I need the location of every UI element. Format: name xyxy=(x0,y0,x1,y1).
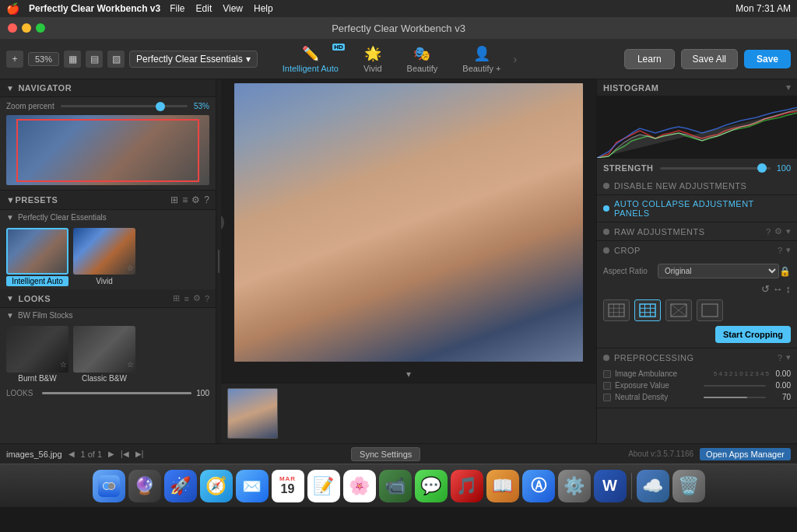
histogram-canvas xyxy=(597,96,797,158)
disable-adj-panel: DISABLE NEW ADJUSTMENTS xyxy=(597,177,797,195)
open-apps-manager-button[interactable]: Open Apps Manager xyxy=(700,448,791,460)
sync-settings-button[interactable]: Sync Settings xyxy=(351,447,420,461)
grid-view-2[interactable]: ▤ xyxy=(86,51,103,68)
dock-settings[interactable]: ⚙️ xyxy=(558,470,591,502)
menu-view[interactable]: View xyxy=(223,3,243,14)
preprocessing-expand[interactable]: ▾ xyxy=(786,352,791,362)
looks-help[interactable]: ? xyxy=(205,293,209,303)
crop-pattern-2[interactable] xyxy=(634,299,661,321)
preset-vivid[interactable]: ☆ Vivid xyxy=(73,228,135,286)
play-button[interactable]: ▶ xyxy=(221,213,224,232)
dock-calendar[interactable]: MAR 19 xyxy=(272,470,304,502)
dock-placeholder[interactable]: ☁️ xyxy=(637,470,669,502)
looks-grid-view[interactable]: ⊞ xyxy=(173,293,180,303)
neutral-density-row: Neutral Density 70 xyxy=(603,393,791,401)
close-button[interactable] xyxy=(8,23,17,33)
looks-list-view[interactable]: ≡ xyxy=(184,293,188,303)
preprocessing-help[interactable]: ? xyxy=(778,352,782,362)
learn-button[interactable]: Learn xyxy=(624,49,675,69)
add-button[interactable]: + xyxy=(6,51,23,68)
exposure-slider[interactable] xyxy=(704,385,766,387)
tab-intelligent-auto[interactable]: HD ✏️ Intelligent Auto xyxy=(270,42,351,76)
crop-pattern-4[interactable] xyxy=(697,299,723,321)
dock-siri[interactable]: 🔮 xyxy=(128,470,161,502)
crop-pattern-1[interactable] xyxy=(603,299,630,321)
crop-pattern-3[interactable] xyxy=(665,299,692,321)
menu-help[interactable]: Help xyxy=(254,3,273,14)
start-cropping-button[interactable]: Start Cropping xyxy=(715,326,791,343)
presets-title: PRESETS xyxy=(15,195,58,205)
crop-rotate-left[interactable]: ↺ xyxy=(761,283,770,295)
looks-settings[interactable]: ⚙ xyxy=(193,293,201,303)
save-button[interactable]: Save xyxy=(744,50,791,68)
histogram-header[interactable]: HISTOGRAM ▾ xyxy=(597,79,797,96)
crop-flip-v[interactable]: ↕ xyxy=(786,283,792,295)
dock-launchpad[interactable]: 🚀 xyxy=(164,470,197,502)
tab-beautify[interactable]: 🎭 Beautify xyxy=(395,42,451,76)
crop-lock[interactable]: 🔒 xyxy=(779,266,791,277)
grid-view-3[interactable]: ▧ xyxy=(107,51,125,68)
save-all-button[interactable]: Save All xyxy=(681,49,738,69)
presets-group-header[interactable]: ▼ Perfectly Clear Essentials xyxy=(0,210,216,225)
neutral-density-checkbox[interactable] xyxy=(603,394,611,401)
dock-word[interactable]: W xyxy=(594,470,627,502)
presets-settings[interactable]: ⚙ xyxy=(191,194,200,205)
grid-view-1[interactable]: ▦ xyxy=(64,51,81,68)
dock-safari[interactable]: 🧭 xyxy=(200,470,233,502)
aspect-select[interactable]: Original 1:1 4:3 16:9 xyxy=(658,264,779,278)
crop-expand[interactable]: ▾ xyxy=(786,245,791,255)
preset-selector[interactable]: Perfectly Clear Essentials ▾ xyxy=(129,51,258,68)
status-first[interactable]: |◀ xyxy=(121,450,129,458)
dock-reminders[interactable]: 📝 xyxy=(307,470,340,502)
dock-finder[interactable] xyxy=(93,470,125,502)
raw-settings[interactable]: ⚙ xyxy=(774,226,782,236)
look-classic[interactable]: ☆ Classic B&W xyxy=(73,326,135,383)
presets-grid-view[interactable]: ⊞ xyxy=(170,194,178,205)
tab-vivid[interactable]: 🌟 Vivid xyxy=(351,42,395,76)
maximize-button[interactable] xyxy=(36,23,45,33)
raw-help[interactable]: ? xyxy=(766,226,771,236)
dock-trash[interactable]: 🗑️ xyxy=(672,470,705,502)
status-prev[interactable]: ◀ xyxy=(68,450,75,458)
looks-group-header[interactable]: ▼ BW Film Stocks xyxy=(0,308,216,323)
crop-header[interactable]: CROP ? ▾ xyxy=(597,241,797,259)
disable-adj-header[interactable]: DISABLE NEW ADJUSTMENTS xyxy=(597,177,797,194)
tab-beautify-plus[interactable]: 👤 Beautify + xyxy=(450,42,513,76)
crop-flip-h[interactable]: ↔ xyxy=(773,283,783,295)
presets-help[interactable]: ? xyxy=(204,194,209,205)
apple-menu[interactable]: 🍎 xyxy=(6,2,19,15)
minimize-button[interactable] xyxy=(22,23,31,33)
dock-mail[interactable]: ✉️ xyxy=(236,470,269,502)
presets-header[interactable]: ▼ PRESETS ⊞ ≡ ⚙ ? xyxy=(0,191,216,210)
status-next[interactable]: ▶ xyxy=(108,450,114,458)
tabs-scroll-right[interactable]: › xyxy=(514,53,518,65)
svg-rect-0 xyxy=(609,304,624,317)
auto-collapse-header[interactable]: AUTO COLLAPSE ADJUSTMENT PANELS xyxy=(597,195,797,222)
crop-help[interactable]: ? xyxy=(778,245,782,255)
strength-slider[interactable] xyxy=(660,167,771,170)
menu-file[interactable]: File xyxy=(170,3,184,14)
presets-list-view[interactable]: ≡ xyxy=(182,194,188,205)
dock-messages[interactable]: 💬 xyxy=(415,470,448,502)
preset-intelligent-auto[interactable]: Intelligent Auto xyxy=(6,228,68,286)
neutral-density-slider[interactable] xyxy=(704,397,766,398)
scroll-arrow[interactable]: ▾ xyxy=(221,366,596,383)
looks-header[interactable]: ▼ LOOKS ⊞ ≡ ⚙ ? xyxy=(0,289,216,308)
dock-books[interactable]: 📖 xyxy=(486,470,519,502)
menu-edit[interactable]: Edit xyxy=(196,3,212,14)
raw-expand[interactable]: ▾ xyxy=(786,226,791,236)
dock-facetime[interactable]: 📹 xyxy=(379,470,412,502)
preprocessing-header[interactable]: PREPROCESSING ? ▾ xyxy=(597,348,797,366)
navigator-header[interactable]: ▼ NAVIGATOR xyxy=(0,79,216,97)
dock-photos[interactable]: 🌸 xyxy=(343,470,376,502)
raw-adj-header[interactable]: RAW ADJUSTMENTS ? ⚙ ▾ xyxy=(597,222,797,240)
look-burnt[interactable]: ☆ Burnt B&W xyxy=(6,326,68,383)
filmstrip-thumb[interactable] xyxy=(227,388,278,439)
dock-appstore[interactable]: Ⓐ xyxy=(522,470,555,502)
status-last[interactable]: ▶| xyxy=(135,450,144,458)
zoom-slider[interactable] xyxy=(61,105,188,107)
dock-music[interactable]: 🎵 xyxy=(451,470,483,502)
image-ambulance-checkbox[interactable] xyxy=(603,370,611,378)
exposure-checkbox[interactable] xyxy=(603,382,611,390)
looks-slider[interactable] xyxy=(42,392,191,394)
